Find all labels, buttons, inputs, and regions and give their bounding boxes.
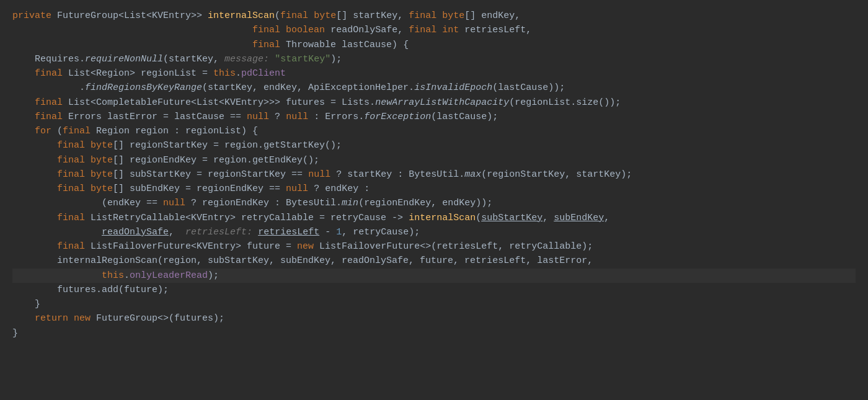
code-line-22: return new FutureGroup<>(futures); [12,311,856,326]
code-editor: private FutureGroup<List<KVEntry>> inter… [0,0,868,400]
code-line-21: } [12,297,856,311]
code-line-10: final byte[] regionStartKey = region.get… [12,138,856,153]
code-line-1: private FutureGroup<List<KVEntry>> inter… [12,9,856,23]
code-line-8: final Errors lastError = lastCause == nu… [12,110,856,124]
code-line-2: final boolean readOnlySafe, final int re… [12,23,856,37]
code-line-9: for (final Region region : regionList) { [12,124,856,138]
code-line-5: final List<Region> regionList = this.pdC… [12,66,856,81]
code-line-7: final List<CompletableFuture<List<KVEntr… [12,96,856,110]
code-line-4: Requires.requireNonNull(startKey, messag… [12,52,856,66]
code-line-19: this.onlyLeaderRead); [12,269,856,283]
code-line-6: .findRegionsByKeyRange(startKey, endKey,… [12,81,856,95]
code-line-14: (endKey == null ? regionEndKey : BytesUt… [12,196,856,210]
code-line-11: final byte[] regionEndKey = region.getEn… [12,153,856,167]
code-line-3: final Throwable lastCause) { [12,38,856,52]
code-line-18: internalRegionScan(region, subStartKey, … [12,254,856,268]
code-line-16: readOnlySafe, retriesLeft: retriesLeft -… [12,225,856,239]
code-line-17: final ListFailoverFuture<KVEntry> future… [12,239,856,254]
code-line-20: futures.add(future); [12,283,856,297]
code-line-13: final byte[] subEndKey = regionEndKey ==… [12,182,856,196]
code-line-23: } [12,326,856,340]
code-line-15: final ListRetryCallable<KVEntry> retryCa… [12,211,856,225]
code-line-12: final byte[] subStartKey = regionStartKe… [12,167,856,182]
